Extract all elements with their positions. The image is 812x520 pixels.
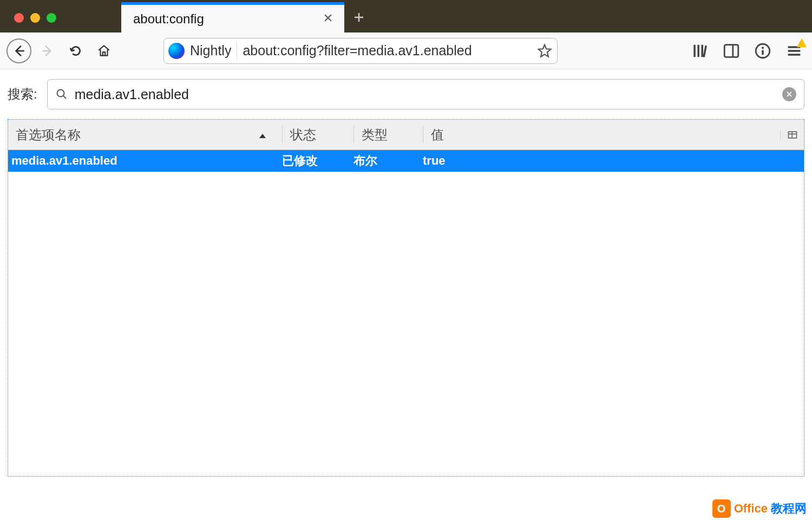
divider <box>237 42 237 60</box>
svg-point-3 <box>762 47 764 49</box>
config-page: 搜索: 首选项名称 状态 类型 值 <box>0 69 812 482</box>
address-bar[interactable]: Nightly about:config?filter=media.av1.en… <box>163 38 558 64</box>
library-icon[interactable] <box>691 42 709 60</box>
cell-type: 布尔 <box>353 153 423 169</box>
back-button[interactable] <box>6 38 31 63</box>
search-icon <box>55 88 68 101</box>
column-header-value[interactable]: 值 <box>423 126 780 144</box>
column-picker-icon <box>787 129 798 140</box>
browser-tab[interactable]: about:config <box>121 2 344 32</box>
arrow-left-icon <box>12 44 26 58</box>
config-search-bar: 搜索: <box>8 79 804 109</box>
reload-button[interactable] <box>64 39 88 63</box>
window-minimize-button[interactable] <box>30 13 40 23</box>
cell-status: 已修改 <box>282 153 353 169</box>
column-header-status[interactable]: 状态 <box>282 126 353 144</box>
close-icon <box>785 90 793 98</box>
sort-asc-icon <box>258 127 267 142</box>
cell-name: media.av1.enabled <box>8 154 282 168</box>
window-controls <box>5 13 56 32</box>
firefox-nightly-icon <box>168 43 185 59</box>
table-row[interactable]: media.av1.enabled 已修改 布尔 true <box>8 150 804 172</box>
toolbar-right <box>691 42 806 60</box>
watermark-text-2: 教程网 <box>771 500 807 517</box>
tab-title: about:config <box>133 11 319 27</box>
column-label: 值 <box>431 126 444 144</box>
url-text: about:config?filter=media.av1.enabled <box>243 43 531 58</box>
app-menu-button[interactable] <box>785 42 803 60</box>
new-tab-button[interactable] <box>344 2 374 32</box>
preferences-table: 首选项名称 状态 类型 值 media.av1.enabled 已修改 布尔 t… <box>8 119 804 477</box>
table-header-row: 首选项名称 状态 类型 值 <box>8 120 804 150</box>
window-titlebar: about:config <box>0 0 812 32</box>
column-label: 类型 <box>362 126 388 144</box>
brand-label: Nightly <box>190 43 231 58</box>
close-icon <box>323 12 333 23</box>
info-icon[interactable] <box>754 42 772 60</box>
home-button[interactable] <box>92 39 116 63</box>
watermark-text-1: Office <box>734 502 768 516</box>
search-input[interactable] <box>75 87 776 102</box>
window-close-button[interactable] <box>14 13 24 23</box>
column-header-name[interactable]: 首选项名称 <box>8 126 282 144</box>
forward-button[interactable] <box>36 39 60 63</box>
close-tab-button[interactable] <box>319 10 337 27</box>
svg-point-4 <box>57 90 64 97</box>
column-header-type[interactable]: 类型 <box>353 126 423 144</box>
column-label: 首选项名称 <box>16 126 81 144</box>
arrow-right-icon <box>41 44 55 58</box>
column-label: 状态 <box>290 126 316 144</box>
search-input-container[interactable] <box>47 79 804 109</box>
navigation-toolbar: Nightly about:config?filter=media.av1.en… <box>0 32 812 69</box>
watermark-logo-icon: O <box>712 499 731 518</box>
plus-icon <box>352 11 365 24</box>
bookmark-star-icon[interactable] <box>536 43 553 59</box>
cell-value: true <box>423 154 804 168</box>
home-icon <box>97 44 111 58</box>
clear-search-button[interactable] <box>782 87 796 101</box>
svg-rect-0 <box>724 44 738 57</box>
column-picker-button[interactable] <box>780 129 804 140</box>
warning-badge-icon <box>797 38 807 47</box>
reload-icon <box>69 44 83 58</box>
watermark: O Office 教程网 <box>712 499 807 518</box>
search-label: 搜索: <box>8 86 37 103</box>
sidebar-icon[interactable] <box>722 42 741 60</box>
window-maximize-button[interactable] <box>47 13 56 23</box>
